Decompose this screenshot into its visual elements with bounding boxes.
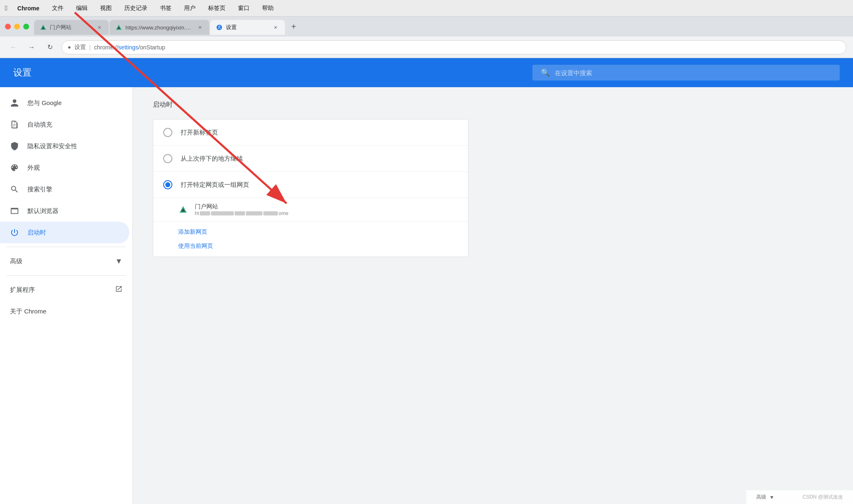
external-link-icon (115, 285, 123, 294)
person-icon (10, 98, 19, 108)
sidebar-item-privacy[interactable]: 隐私设置和安全性 (0, 135, 132, 157)
autofill-icon (10, 120, 19, 129)
tab-3[interactable]: 设置 ✕ (210, 20, 285, 35)
reload-button[interactable]: ↻ (43, 41, 56, 54)
site-info: 门户网站 ht ome (195, 203, 458, 216)
new-tab-button[interactable]: + (287, 20, 300, 33)
settings-header: 设置 🔍 (0, 58, 853, 87)
option-new-tab[interactable]: 打开新标签页 (153, 120, 468, 146)
sidebar-label-privacy: 隐私设置和安全性 (27, 142, 77, 150)
main-content: 启动时 打开新标签页 从上次停下的地方继续 打开特定网页或一 (133, 87, 853, 504)
sidebar-divider (7, 247, 126, 247)
website-entry: 门户网站 ht ome (153, 198, 468, 222)
url-start: ht (195, 210, 199, 216)
tab-2-favicon (115, 24, 122, 31)
url-separator: | (89, 44, 91, 51)
add-new-page-link[interactable]: 添加新网页 (178, 228, 458, 236)
tab-1[interactable]: 门户网站 ✕ (34, 20, 109, 35)
action-links: 添加新网页 使用当前网页 (153, 222, 468, 257)
menu-window[interactable]: 窗口 (235, 4, 252, 13)
option-specific-label: 打开特定网页或一组网页 (181, 181, 249, 189)
bottom-bar: 高级 ▼ CSDN @测试改改 (746, 490, 853, 504)
menu-chrome[interactable]: Chrome (15, 4, 42, 12)
url-blur-1 (200, 211, 210, 215)
menu-view[interactable]: 视图 (98, 4, 114, 13)
search-sidebar-icon (10, 185, 19, 194)
advanced-bottom-label: 高级 (756, 494, 766, 501)
back-button[interactable]: ← (7, 41, 20, 54)
menu-bar:  Chrome 文件 编辑 视图 历史记录 书签 用户 标签页 窗口 帮助 (0, 0, 853, 17)
sidebar: 您与 Google 自动填充 隐私设置和安全性 外观 (0, 87, 133, 504)
forward-button[interactable]: → (25, 41, 38, 54)
sidebar-item-startup[interactable]: 启动时 (0, 222, 129, 243)
power-icon (10, 228, 19, 237)
menu-history[interactable]: 历史记录 (122, 4, 150, 13)
option-specific[interactable]: 打开特定网页或一组网页 (153, 172, 468, 198)
sidebar-divider-2 (7, 275, 126, 276)
option-continue[interactable]: 从上次停下的地方继续 (153, 146, 468, 172)
menu-tabs[interactable]: 标签页 (206, 4, 228, 13)
tab-2-title: https://www.zhongqiyixin.com/ (125, 24, 193, 31)
sidebar-advanced[interactable]: 高级 ▼ (0, 250, 132, 272)
sidebar-extensions[interactable]: 扩展程序 (0, 279, 132, 301)
menu-bookmarks[interactable]: 书签 (157, 4, 174, 13)
sidebar-item-search[interactable]: 搜索引擎 (0, 179, 132, 200)
apple-menu[interactable]:  (5, 5, 7, 12)
tab-3-title: 设置 (226, 24, 268, 31)
tab-1-close[interactable]: ✕ (96, 24, 103, 31)
option-continue-label: 从上次停下的地方继续 (181, 155, 243, 163)
sidebar-label-google: 您与 Google (27, 99, 62, 107)
sidebar-item-browser[interactable]: 默认浏览器 (0, 200, 132, 222)
tab-3-close[interactable]: ✕ (272, 24, 279, 31)
chevron-down-icon: ▼ (115, 257, 123, 266)
url-blur-4 (246, 211, 262, 215)
tab-2-close[interactable]: ✕ (196, 24, 203, 31)
url-end: ome (279, 210, 288, 216)
search-icon: 🔍 (541, 68, 550, 77)
site-favicon (178, 205, 188, 215)
search-input[interactable] (555, 69, 831, 76)
menu-user[interactable]: 用户 (181, 4, 198, 13)
tab-3-favicon (216, 24, 223, 31)
option-new-tab-label: 打开新标签页 (181, 129, 218, 137)
tab-2[interactable]: https://www.zhongqiyixin.com/ ✕ (110, 20, 209, 35)
sidebar-about[interactable]: 关于 Chrome (0, 301, 132, 322)
menu-file[interactable]: 文件 (49, 4, 66, 13)
radio-specific-fill (165, 182, 170, 187)
startup-options-card: 打开新标签页 从上次停下的地方继续 打开特定网页或一组网页 (153, 119, 468, 257)
about-label: 关于 Chrome (10, 308, 47, 316)
sidebar-label-appearance: 外观 (27, 164, 40, 172)
sidebar-label-search: 搜索引擎 (27, 186, 52, 193)
browser-icon (10, 206, 19, 215)
sidebar-label-autofill: 自动填充 (27, 121, 52, 129)
use-current-page-link[interactable]: 使用当前网页 (178, 242, 458, 250)
radio-new-tab[interactable] (163, 128, 172, 137)
url-path: chrome://settings/onStartup (94, 44, 165, 51)
palette-icon (10, 163, 19, 172)
close-window-button[interactable] (5, 24, 11, 29)
extensions-label: 扩展程序 (10, 286, 35, 294)
minimize-window-button[interactable] (14, 24, 20, 29)
tab-1-title: 门户网站 (50, 24, 92, 31)
menu-edit[interactable]: 编辑 (74, 4, 90, 13)
radio-specific[interactable] (163, 180, 172, 189)
sidebar-item-appearance[interactable]: 外观 (0, 157, 132, 179)
sidebar-item-autofill[interactable]: 自动填充 (0, 114, 132, 135)
url-chrome-label: 设置 (74, 44, 86, 51)
watermark: CSDN @测试改改 (802, 494, 843, 501)
advanced-label: 高级 (10, 257, 22, 265)
radio-continue[interactable] (163, 154, 172, 163)
site-url: ht ome (195, 210, 458, 216)
settings-page: 设置 🔍 您与 Google 自动填充 (0, 58, 853, 504)
search-bar[interactable]: 🔍 (532, 65, 840, 81)
address-bar: ← → ↻ ● 设置 | chrome://settings/onStartup (0, 37, 853, 58)
sidebar-item-google[interactable]: 您与 Google (0, 92, 132, 114)
startup-section-title: 启动时 (153, 100, 833, 109)
tab-bar: 门户网站 ✕ https://www.zhongqiyixin.com/ ✕ 设… (0, 17, 853, 37)
menu-help[interactable]: 帮助 (260, 4, 276, 13)
url-bar[interactable]: ● 设置 | chrome://settings/onStartup (61, 40, 846, 54)
lock-icon: ● (68, 44, 71, 50)
maximize-window-button[interactable] (23, 24, 29, 29)
sidebar-label-browser: 默认浏览器 (27, 207, 59, 215)
url-blur-5 (263, 211, 278, 215)
